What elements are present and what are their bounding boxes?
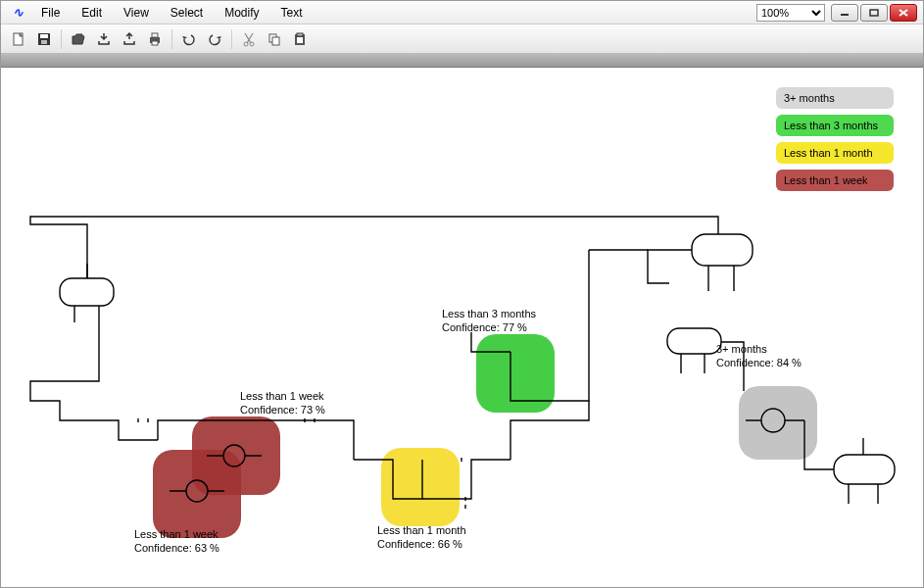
export-button[interactable] xyxy=(118,27,141,51)
svg-rect-4 xyxy=(41,40,47,44)
maximize-button[interactable] xyxy=(860,4,888,22)
open-button[interactable] xyxy=(67,27,90,51)
ribbon-strip xyxy=(1,54,923,68)
new-icon xyxy=(11,31,26,47)
import-button[interactable] xyxy=(92,27,116,51)
redo-button[interactable] xyxy=(203,27,226,51)
save-icon xyxy=(36,31,52,47)
paste-icon xyxy=(292,31,308,47)
legend-item-grey: 3+ months xyxy=(776,87,894,109)
node-label-green: Less than 3 monthsConfidence: 77 % xyxy=(442,307,536,335)
svg-rect-26 xyxy=(834,455,895,484)
svg-rect-22 xyxy=(667,328,721,354)
menu-file[interactable]: File xyxy=(31,3,70,23)
toolbar-separator xyxy=(231,29,232,49)
node-label-red2: Less than 1 weekConfidence: 73 % xyxy=(240,389,325,417)
node-label-yellow: Less than 1 monthConfidence: 66 % xyxy=(377,523,466,552)
svg-rect-19 xyxy=(692,234,753,266)
open-icon xyxy=(71,31,86,47)
menu-text[interactable]: Text xyxy=(271,3,313,23)
svg-rect-14 xyxy=(297,37,303,43)
svg-rect-7 xyxy=(152,41,158,45)
highlight-node-red2[interactable] xyxy=(192,416,280,495)
svg-rect-11 xyxy=(272,37,279,45)
legend-item-yellow: Less than 1 month xyxy=(776,142,894,164)
redo-icon xyxy=(207,31,222,47)
cut-button[interactable] xyxy=(237,27,261,51)
svg-point-8 xyxy=(244,42,248,46)
new-button[interactable] xyxy=(7,27,30,51)
node-label-red1: Less than 1 weekConfidence: 63 % xyxy=(134,527,219,556)
maximize-icon xyxy=(868,8,880,18)
highlight-node-grey[interactable] xyxy=(739,386,817,460)
legend-item-green: Less than 3 months xyxy=(776,115,894,136)
export-icon xyxy=(122,31,137,47)
menubar-left: ∿ File Edit View Select Modify Text xyxy=(7,3,313,23)
svg-rect-3 xyxy=(40,34,48,38)
copy-icon xyxy=(267,31,282,47)
svg-rect-15 xyxy=(60,278,114,306)
close-icon xyxy=(898,8,909,18)
diagram-canvas[interactable]: 3+ months Less than 3 months Less than 1… xyxy=(1,68,923,587)
menu-view[interactable]: View xyxy=(114,3,159,23)
node-label-grey: 3+ monthsConfidence: 84 % xyxy=(716,342,802,370)
legend-item-red: Less than 1 week xyxy=(776,170,894,191)
cut-icon xyxy=(241,31,257,47)
svg-rect-6 xyxy=(152,33,158,37)
highlight-node-yellow[interactable] xyxy=(381,448,460,526)
legend: 3+ months Less than 3 months Less than 1… xyxy=(776,87,894,191)
print-icon xyxy=(147,31,163,47)
copy-button[interactable] xyxy=(263,27,286,51)
toolbar-separator xyxy=(171,29,172,49)
zoom-select[interactable]: 100% xyxy=(756,4,825,22)
import-icon xyxy=(96,31,112,47)
toolbar-separator xyxy=(61,29,62,49)
toolbar xyxy=(1,24,923,54)
svg-point-9 xyxy=(250,42,254,46)
menubar: ∿ File Edit View Select Modify Text 100% xyxy=(1,1,923,24)
app-logo-icon: ∿ xyxy=(7,5,29,20)
undo-button[interactable] xyxy=(177,27,201,51)
minimize-icon xyxy=(839,8,851,18)
minimize-button[interactable] xyxy=(831,4,858,22)
menu-edit[interactable]: Edit xyxy=(72,3,112,23)
svg-rect-13 xyxy=(297,33,303,36)
close-button[interactable] xyxy=(890,4,917,22)
paste-button[interactable] xyxy=(288,27,312,51)
window-controls xyxy=(831,4,917,22)
svg-rect-0 xyxy=(870,10,878,16)
menubar-right: 100% xyxy=(756,4,917,22)
undo-icon xyxy=(181,31,197,47)
menu-select[interactable]: Select xyxy=(161,3,213,23)
highlight-node-green[interactable] xyxy=(476,334,555,413)
print-button[interactable] xyxy=(143,27,167,51)
save-button[interactable] xyxy=(32,27,56,51)
menu-modify[interactable]: Modify xyxy=(215,3,268,23)
